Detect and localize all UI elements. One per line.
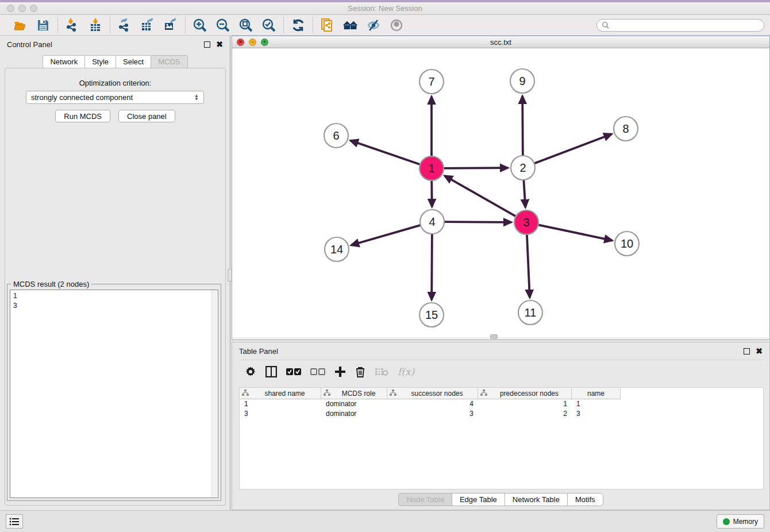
- column-header-predecessor-nodes[interactable]: predecessor nodes: [478, 388, 572, 399]
- cell-MCDS-role[interactable]: dominator: [321, 409, 387, 419]
- column-view-icon[interactable]: [265, 366, 277, 377]
- run-mcds-button[interactable]: Run MCDS: [55, 110, 110, 122]
- tab-network[interactable]: Network: [43, 55, 84, 68]
- svg-text:6: 6: [333, 129, 339, 142]
- edge-1-6[interactable]: [351, 140, 421, 164]
- close-panel-icon[interactable]: ✖: [756, 348, 763, 354]
- criterion-select[interactable]: strongly connected component ▲▼: [26, 91, 204, 104]
- tab-mcds[interactable]: MCDS: [151, 55, 187, 68]
- column-header-shared-name[interactable]: shared name: [240, 388, 321, 399]
- tab-edge-table[interactable]: Edge Table: [452, 493, 505, 506]
- control-panel-header: Control Panel ✖: [0, 36, 230, 53]
- hide-analyzer-icon[interactable]: [366, 18, 381, 33]
- node-2[interactable]: 2: [511, 156, 535, 180]
- search-box[interactable]: [596, 19, 764, 32]
- edge-3-10[interactable]: [538, 225, 613, 240]
- clone-network-icon[interactable]: [320, 18, 335, 33]
- network-scroll-grip[interactable]: [490, 334, 498, 339]
- close-panel-icon[interactable]: ✖: [216, 41, 223, 48]
- refresh-icon[interactable]: [291, 18, 306, 33]
- node-15[interactable]: 15: [419, 303, 444, 327]
- network-canvas[interactable]: 7968124314101511: [232, 48, 769, 338]
- edge-4-3[interactable]: [444, 222, 511, 222]
- node-table-header: shared nameMCDS rolesuccessor nodesprede…: [240, 388, 763, 399]
- node-8[interactable]: 8: [614, 117, 638, 141]
- svg-text:2: 2: [519, 161, 526, 174]
- export-table-icon[interactable]: [140, 18, 155, 33]
- frame-maximize-icon[interactable]: +: [261, 38, 268, 46]
- node-4[interactable]: 4: [420, 210, 444, 234]
- cell-predecessor-nodes[interactable]: 2: [478, 409, 572, 419]
- import-table-icon[interactable]: [88, 18, 103, 33]
- cell-name[interactable]: 1: [572, 399, 621, 409]
- cell-name[interactable]: 3: [572, 409, 621, 419]
- zoom-in-icon[interactable]: [192, 18, 207, 33]
- column-header-MCDS-role[interactable]: MCDS role: [321, 388, 387, 399]
- window-close-button[interactable]: [7, 5, 14, 12]
- edge-4-14[interactable]: [351, 225, 421, 245]
- edge-1-2[interactable]: [444, 168, 508, 168]
- table-row[interactable]: 1dominator411: [240, 399, 763, 409]
- delete-column-icon[interactable]: [355, 366, 365, 377]
- zoom-selected-icon[interactable]: [261, 18, 276, 33]
- control-panel-title: Control Panel: [7, 40, 52, 49]
- column-type-icon: [242, 390, 249, 398]
- network-titlebar[interactable]: ✕ − + scc.txt: [232, 36, 769, 48]
- task-history-button[interactable]: [6, 514, 23, 529]
- search-input[interactable]: [612, 21, 759, 29]
- open-session-icon[interactable]: [13, 18, 28, 33]
- save-session-icon[interactable]: [36, 18, 51, 33]
- column-header-successor-nodes[interactable]: successor nodes: [387, 388, 478, 399]
- edge-2-9[interactable]: [522, 96, 523, 156]
- node-table[interactable]: shared nameMCDS rolesuccessor nodesprede…: [239, 387, 764, 489]
- select-all-columns-icon[interactable]: [286, 368, 301, 376]
- import-network-icon[interactable]: [65, 18, 80, 33]
- cell-MCDS-role[interactable]: dominator: [321, 399, 387, 409]
- node-10[interactable]: 10: [615, 232, 639, 256]
- frame-close-icon[interactable]: ✕: [237, 38, 244, 46]
- zoom-out-icon[interactable]: [215, 18, 230, 33]
- node-6[interactable]: 6: [324, 124, 348, 148]
- svg-text:7: 7: [428, 75, 434, 88]
- show-analyzer-icon[interactable]: [389, 18, 404, 33]
- add-column-icon[interactable]: [334, 366, 346, 377]
- edge-3-1[interactable]: [445, 176, 516, 217]
- mcds-result-textarea[interactable]: 1 3: [10, 290, 218, 498]
- edge-4-15[interactable]: [432, 234, 432, 300]
- export-network-icon[interactable]: [117, 18, 132, 33]
- home-icon[interactable]: [343, 18, 358, 33]
- result-scrollbar[interactable]: [211, 290, 218, 498]
- node-14[interactable]: 14: [325, 237, 349, 261]
- tab-network-table[interactable]: Network Table: [505, 493, 567, 506]
- zoom-fit-icon[interactable]: [238, 18, 253, 33]
- node-9[interactable]: 9: [510, 69, 534, 93]
- deselect-all-columns-icon[interactable]: [310, 368, 325, 376]
- close-panel-button[interactable]: Close panel: [118, 110, 175, 122]
- settings-gear-icon[interactable]: [245, 366, 256, 377]
- cell-predecessor-nodes[interactable]: 1: [478, 399, 572, 409]
- cell-shared-name[interactable]: 1: [240, 399, 321, 409]
- window-minimize-button[interactable]: [18, 5, 26, 12]
- column-header-name[interactable]: name: [572, 388, 621, 399]
- edge-2-8[interactable]: [534, 134, 612, 163]
- window-maximize-button[interactable]: [30, 5, 37, 12]
- export-image-icon[interactable]: [163, 18, 178, 33]
- memory-button[interactable]: Memory: [717, 514, 764, 529]
- node-7[interactable]: 7: [419, 70, 444, 94]
- tab-node-table[interactable]: Node Table: [398, 493, 452, 506]
- edge-2-3[interactable]: [523, 180, 525, 207]
- cell-shared-name[interactable]: 3: [240, 409, 321, 419]
- tab-style[interactable]: Style: [84, 55, 116, 68]
- cell-successor-nodes[interactable]: 3: [387, 409, 478, 419]
- tab-motifs[interactable]: Motifs: [567, 493, 603, 506]
- tab-select[interactable]: Select: [116, 55, 151, 68]
- frame-minimize-icon[interactable]: −: [249, 38, 256, 46]
- node-3[interactable]: 3: [514, 210, 538, 234]
- float-panel-icon[interactable]: [744, 348, 750, 354]
- float-panel-icon[interactable]: [204, 41, 210, 48]
- node-1[interactable]: 1: [419, 156, 444, 180]
- table-row[interactable]: 3dominator323: [240, 409, 763, 419]
- node-11[interactable]: 11: [518, 300, 542, 325]
- cell-successor-nodes[interactable]: 4: [387, 399, 478, 409]
- edge-3-11[interactable]: [527, 234, 530, 298]
